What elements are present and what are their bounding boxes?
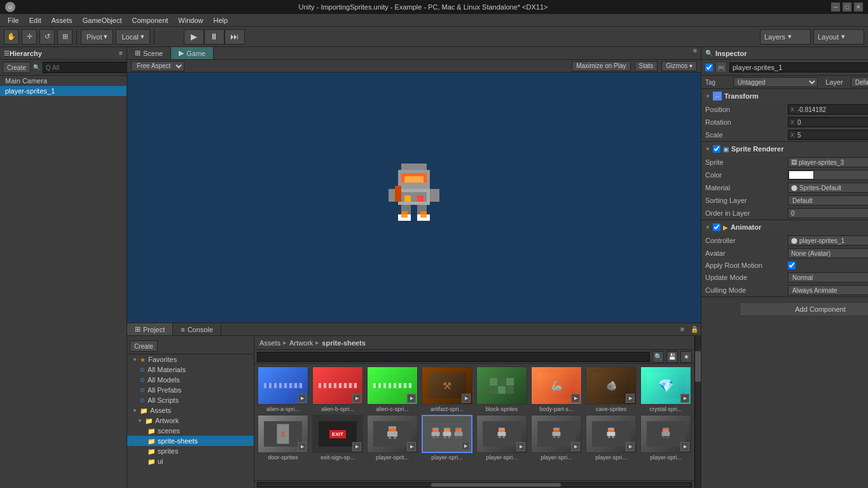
asset-play-alien-c[interactable]: ▶ — [407, 394, 416, 403]
bottom-panel-lock-icon[interactable]: 🔒 — [688, 326, 701, 333]
menu-assets[interactable]: Assets — [46, 15, 78, 25]
path-assets[interactable]: Assets — [259, 339, 280, 347]
asset-player-4[interactable]: ▶ player-spri... — [530, 415, 582, 461]
asset-door[interactable]: 🚪 ▶ door-sprites — [257, 415, 309, 461]
project-scrollbar-vertical[interactable] — [694, 336, 701, 488]
all-models-item[interactable]: ⊙ All Models — [127, 375, 254, 385]
asset-player-5[interactable]: ▶ player-spri... — [585, 415, 637, 461]
asset-alien-a[interactable]: ▶ alien-a-spri... — [257, 366, 309, 412]
layers-dropdown[interactable]: Layers ▾ — [760, 29, 811, 45]
rotation-x-input[interactable] — [796, 118, 868, 127]
all-prefabs-item[interactable]: ⊙ All Prefabs — [127, 385, 254, 395]
game-tab[interactable]: ▶ Game — [171, 47, 214, 59]
local-button[interactable]: Local ▾ — [116, 29, 149, 45]
color-field[interactable] — [788, 170, 868, 180]
position-x-input[interactable] — [796, 105, 868, 114]
asset-block[interactable]: block-sprites — [476, 366, 528, 412]
apply-root-motion-checkbox[interactable] — [788, 261, 796, 269]
sprite-sheets-item[interactable]: 📁 sprite-sheets — [127, 436, 254, 446]
asset-play-alien-a[interactable]: ▶ — [298, 394, 307, 403]
horizontal-scrollbar-track[interactable] — [257, 482, 692, 487]
animator-enabled-checkbox[interactable] — [713, 223, 720, 231]
aspect-select[interactable]: Free Aspect — [131, 61, 184, 71]
maximize-button[interactable]: □ — [843, 3, 851, 11]
ui-item[interactable]: 📁 ui — [127, 456, 254, 466]
stats-button[interactable]: Stats — [635, 61, 658, 71]
scale-tool-button[interactable]: ⊞ — [57, 29, 72, 45]
maximize-on-play-button[interactable]: Maximize on Play — [572, 61, 630, 71]
tag-select[interactable]: Untagged — [733, 77, 818, 87]
hierarchy-menu-icon[interactable]: ≡ — [119, 50, 123, 57]
asset-play-alien-b[interactable]: ▶ — [352, 394, 361, 403]
viewport-menu-icon[interactable]: ≡ — [689, 47, 701, 59]
asset-exit-sign[interactable]: EXIT ▶ exit-sign-sp... — [312, 415, 364, 461]
asset-play-player-4[interactable]: ▶ — [571, 442, 580, 451]
hierarchy-search-input[interactable] — [43, 62, 130, 73]
horizontal-scrollbar-thumb[interactable] — [431, 483, 561, 487]
asset-play-player-6[interactable]: ▶ — [680, 442, 689, 451]
asset-play-body[interactable]: ▶ — [571, 394, 580, 403]
add-component-button[interactable]: Add Component — [740, 302, 868, 316]
minimize-button[interactable]: ─ — [831, 3, 840, 11]
asset-crystal[interactable]: 💎 ▶ crystal-spri... — [640, 366, 692, 412]
sorting-layer-select[interactable]: Default — [788, 195, 868, 206]
scene-tab[interactable]: ⊞ Scene — [127, 47, 171, 59]
asset-player-6[interactable]: ▶ player-spri... — [640, 415, 692, 461]
asset-cave[interactable]: 🪨 ▶ cave-sprites — [585, 366, 637, 412]
asset-play-artifact[interactable]: ▶ — [462, 394, 471, 403]
asset-player-3[interactable]: ▶ player-spri... — [476, 415, 528, 461]
sprites-item[interactable]: 📁 sprites — [127, 446, 254, 456]
asset-play-player-1[interactable]: ▶ — [407, 442, 416, 451]
artwork-item[interactable]: ▼ 📁 Artwork — [127, 415, 254, 426]
project-tab[interactable]: ⊞ Project — [127, 323, 173, 335]
menu-component[interactable]: Component — [127, 15, 173, 25]
asset-artifact[interactable]: ⚒ ▶ artifact-spri... — [421, 366, 473, 412]
rotate-tool-button[interactable]: ↺ — [39, 29, 55, 45]
hand-tool-button[interactable]: ✋ — [4, 29, 19, 45]
all-scripts-item[interactable]: ⊙ All Scripts — [127, 395, 254, 405]
assets-header[interactable]: ▼ 📁 Assets — [127, 405, 254, 415]
menu-edit[interactable]: Edit — [24, 15, 46, 25]
gizmos-button[interactable]: Gizmos ▾ — [661, 61, 697, 71]
project-scrollbar-thumb[interactable] — [695, 351, 701, 382]
color-swatch[interactable] — [789, 171, 814, 179]
play-button[interactable]: ▶ — [184, 29, 204, 45]
close-button[interactable]: ✕ — [854, 3, 863, 11]
menu-gameobject[interactable]: GameObject — [78, 15, 127, 25]
all-materials-item[interactable]: ⊙ All Materials — [127, 365, 254, 375]
culling-mode-select[interactable]: Always Animate — [788, 285, 868, 295]
asset-body-part[interactable]: 🦾 ▶ body-part-s... — [530, 366, 582, 412]
asset-play-crystal[interactable]: ▶ — [680, 394, 689, 403]
asset-alien-c[interactable]: ▶ alien-c-spri... — [366, 366, 418, 412]
object-active-checkbox[interactable] — [705, 64, 713, 71]
project-save-button[interactable]: 💾 — [666, 351, 678, 363]
asset-play-player-5[interactable]: ▶ — [626, 442, 635, 451]
update-mode-select[interactable]: Normal — [788, 272, 868, 282]
asset-player-2[interactable]: ▶ player-spri... — [421, 415, 473, 461]
asset-alien-b[interactable]: ▶ alien-b-spri... — [312, 366, 364, 412]
move-tool-button[interactable]: ✛ — [22, 29, 37, 45]
asset-play-player-2[interactable]: ▶ — [461, 442, 470, 450]
layer-select[interactable]: Default — [851, 77, 868, 87]
sprite-renderer-header[interactable]: ▼ ▣ Sprite Renderer ⚙ ≡ — [701, 142, 868, 156]
object-name-input[interactable] — [729, 62, 868, 73]
menu-window[interactable]: Window — [173, 15, 208, 25]
pause-button[interactable]: ⏸ — [204, 29, 224, 45]
menu-help[interactable]: Help — [208, 15, 233, 25]
project-search-input[interactable] — [257, 352, 650, 362]
project-create-button[interactable]: Create — [130, 340, 158, 352]
asset-play-cave[interactable]: ▶ — [626, 394, 635, 403]
bottom-panel-menu-icon[interactable]: ≡ — [677, 326, 688, 333]
project-search-button[interactable]: 🔍 — [652, 351, 664, 363]
step-button[interactable]: ⏭ — [224, 29, 245, 45]
menu-file[interactable]: File — [3, 15, 24, 25]
asset-play-door[interactable]: ▶ — [298, 442, 307, 451]
path-artwork[interactable]: Artwork — [289, 339, 313, 347]
hierarchy-item-player-sprites[interactable]: player-sprites_1 — [0, 86, 127, 96]
layout-dropdown[interactable]: Layout ▾ — [813, 29, 864, 45]
pivot-button[interactable]: Pivot ▾ — [81, 29, 113, 45]
console-tab[interactable]: ≡ Console — [173, 323, 221, 335]
scale-x-input[interactable] — [796, 130, 868, 139]
hierarchy-create-button[interactable]: Create — [3, 62, 31, 73]
scenes-item[interactable]: 📁 scenes — [127, 426, 254, 436]
